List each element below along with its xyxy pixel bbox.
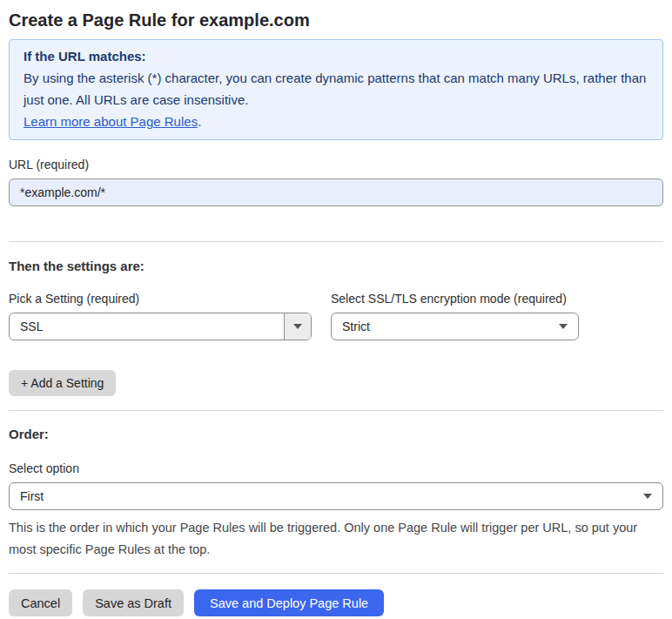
page-title: Create a Page Rule for example.com — [9, 0, 663, 32]
add-setting-button[interactable]: + Add a Setting — [9, 370, 116, 396]
form-actions: Cancel Save as Draft Save and Deploy Pag… — [9, 589, 663, 616]
settings-row: Pick a Setting (required) SSL Select SSL… — [9, 290, 663, 340]
divider — [9, 410, 663, 411]
order-section-heading: Order: — [9, 427, 663, 442]
order-help-text: This is the order in which your Page Rul… — [9, 517, 663, 561]
url-input[interactable] — [9, 178, 663, 206]
setting-picker-value: SSL — [10, 320, 284, 333]
url-match-info-box: If the URL matches: By using the asteris… — [9, 39, 663, 140]
info-box-body: By using the asterisk (*) character, you… — [24, 67, 648, 111]
learn-more-link[interactable]: Learn more about Page Rules — [24, 114, 198, 129]
settings-section-heading: Then the settings are: — [9, 259, 663, 274]
divider — [9, 241, 663, 242]
ssl-mode-select[interactable]: Strict — [331, 313, 579, 340]
save-as-draft-button[interactable]: Save as Draft — [83, 589, 184, 616]
setting-picker-column: Pick a Setting (required) SSL — [9, 290, 312, 340]
info-box-link-line: Learn more about Page Rules. — [24, 111, 648, 132]
chevron-down-icon — [293, 324, 302, 329]
setting-picker-select[interactable]: SSL — [9, 313, 312, 340]
url-label: URL (required) — [9, 156, 663, 173]
setting-picker-label: Pick a Setting (required) — [9, 290, 312, 307]
ssl-mode-caret-wrap — [559, 324, 568, 329]
order-caret-wrap — [643, 494, 652, 499]
link-period: . — [198, 114, 201, 129]
ssl-mode-value: Strict — [332, 320, 559, 333]
ssl-mode-column: Select SSL/TLS encryption mode (required… — [331, 290, 579, 340]
order-select-value: First — [10, 489, 643, 503]
ssl-mode-label: Select SSL/TLS encryption mode (required… — [331, 290, 579, 307]
chevron-down-icon — [559, 324, 568, 329]
order-select-label: Select option — [9, 460, 663, 477]
setting-picker-dropdown-button[interactable] — [284, 313, 311, 340]
chevron-down-icon — [643, 494, 652, 499]
info-box-heading: If the URL matches: — [24, 45, 648, 67]
divider — [9, 573, 663, 574]
cancel-button[interactable]: Cancel — [9, 589, 72, 616]
order-select[interactable]: First — [9, 482, 663, 510]
save-and-deploy-button[interactable]: Save and Deploy Page Rule — [194, 589, 384, 616]
page-rule-form: Create a Page Rule for example.com If th… — [0, 0, 672, 616]
